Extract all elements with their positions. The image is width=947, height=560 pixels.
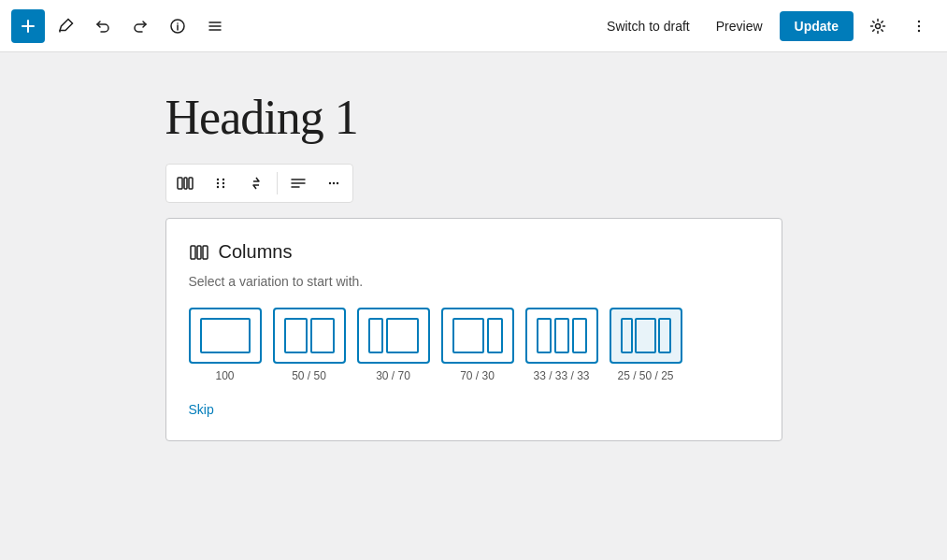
more-icon [325,175,342,192]
skip-button[interactable]: Skip [189,402,214,417]
variation-30-70[interactable]: 30 / 70 [357,308,430,382]
columns-block-title: Columns [219,241,293,263]
svg-point-21 [222,186,223,188]
redo-icon [132,18,149,35]
top-toolbar: Switch to draft Preview Update [0,0,947,52]
columns-toolbar-icon [176,174,194,193]
variation-label-100: 100 [215,369,234,382]
col-left [284,318,308,353]
columns-block: Columns Select a variation to start with… [165,218,782,441]
more-options-button[interactable] [317,166,351,200]
svg-point-27 [336,182,337,184]
toolbar-right: Switch to draft Preview Update [597,9,936,43]
svg-point-20 [216,186,218,188]
svg-rect-29 [197,246,201,259]
col-right [310,318,335,353]
add-block-button[interactable] [11,9,45,43]
col-70-30-preview [452,318,503,353]
col-t3 [572,318,587,353]
col-25-50-25-preview [621,318,671,353]
svg-point-12 [918,29,920,31]
content-wrapper: Heading 1 [165,90,782,441]
columns-icon-svg [189,242,209,263]
drag-handle-button[interactable] [204,166,237,200]
variation-70-30[interactable]: 70 / 30 [441,308,514,382]
svg-point-9 [876,23,881,28]
gear-icon [869,18,886,35]
move-up-down-button[interactable] [239,166,273,200]
page-heading[interactable]: Heading 1 [165,90,782,145]
preview-button[interactable]: Preview [707,13,772,39]
variation-box-33-33-33[interactable] [525,308,598,364]
undo-icon [94,18,111,35]
list-view-button[interactable] [198,9,232,43]
svg-point-11 [918,24,920,26]
variations-grid: 100 50 / 50 [189,308,759,382]
variation-label-70-30: 70 / 30 [460,369,495,382]
svg-rect-28 [191,246,195,259]
variation-box-50-50[interactable] [273,308,346,364]
edit-icon [57,18,74,35]
col-third-preview [537,318,587,353]
block-toolbar [165,164,353,203]
variation-box-100[interactable] [189,308,262,364]
col-t1 [537,318,552,353]
tools-button[interactable] [49,9,82,43]
info-button[interactable] [161,9,194,43]
svg-point-25 [328,182,330,184]
align-icon [290,175,307,192]
variation-label-33-33-33: 33 / 33 / 33 [533,369,589,382]
variation-50-50[interactable]: 50 / 50 [273,308,346,382]
options-icon [911,18,927,35]
svg-point-19 [222,182,223,184]
variation-label-25-50-25: 25 / 50 / 25 [617,369,673,382]
variation-box-70-30[interactable] [441,308,514,364]
variation-label-50-50: 50 / 50 [292,369,326,382]
editor-area: Heading 1 [0,52,947,560]
columns-block-subtitle: Select a variation to start with. [189,274,759,289]
align-button[interactable] [281,166,315,200]
options-button[interactable] [902,9,936,43]
svg-point-17 [222,179,223,180]
variation-box-25-50-25[interactable] [610,308,682,364]
col-q1 [621,318,634,353]
columns-type-button[interactable] [168,166,202,200]
move-icon [248,175,265,192]
col-single-preview [200,318,251,353]
svg-point-10 [918,20,920,22]
columns-block-icon [189,242,209,263]
drag-icon [212,175,229,192]
svg-point-18 [216,182,218,184]
col-30-70-preview [368,318,419,353]
svg-rect-13 [178,178,182,189]
svg-point-5 [177,22,179,24]
col-q2 [658,318,671,353]
plus-icon [20,18,36,35]
col-30b [487,318,503,353]
settings-button[interactable] [861,9,895,43]
svg-rect-14 [184,178,187,189]
col-70b [452,318,484,353]
svg-rect-30 [203,246,208,259]
toolbar-divider [277,172,278,194]
update-button[interactable]: Update [780,11,854,41]
col-half-preview [284,318,335,353]
svg-rect-15 [189,178,193,189]
col-t2 [554,318,569,353]
svg-point-16 [216,179,218,180]
col-30 [368,318,384,353]
col-half-mid [635,318,656,353]
list-view-icon [207,18,223,35]
info-icon [169,18,186,35]
variation-100[interactable]: 100 [189,308,262,382]
columns-block-header: Columns [189,241,759,263]
redo-button[interactable] [123,9,157,43]
variation-box-30-70[interactable] [357,308,430,364]
switch-to-draft-button[interactable]: Switch to draft [597,13,699,39]
undo-button[interactable] [86,9,120,43]
variation-33-33-33[interactable]: 33 / 33 / 33 [525,308,598,382]
variation-25-50-25[interactable]: 25 / 50 / 25 [610,308,682,382]
col-70 [386,318,418,353]
svg-point-26 [332,182,334,184]
variation-label-30-70: 30 / 70 [376,369,410,382]
